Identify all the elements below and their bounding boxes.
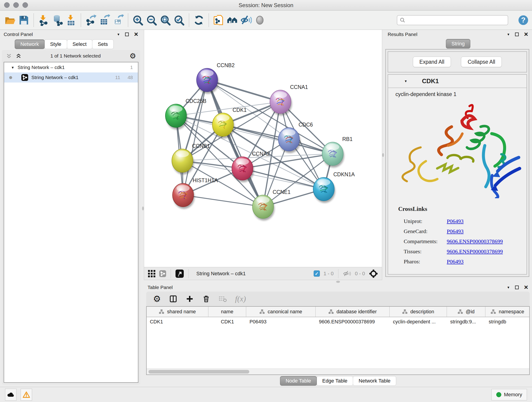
- column-header-namespace[interactable]: namespace: [486, 307, 529, 317]
- column-header-name[interactable]: name: [209, 307, 246, 317]
- gene-header[interactable]: ▼ CDK1: [388, 75, 526, 88]
- first-neighbors-button[interactable]: [225, 13, 239, 27]
- network-edge[interactable]: [223, 125, 333, 154]
- save-session-button[interactable]: [17, 13, 31, 27]
- table-cell[interactable]: 9606.ENSP00000378699: [316, 317, 390, 327]
- close-panel-icon[interactable]: ✕: [524, 32, 528, 37]
- hide-graphics-details-button[interactable]: [239, 13, 253, 27]
- maximize-window-button[interactable]: [22, 2, 28, 8]
- table-row[interactable]: CDK1CDK1P064939606.ENSP00000378699cyclin…: [147, 317, 529, 327]
- warnings-button[interactable]: [21, 389, 32, 401]
- panel-menu-icon[interactable]: ▼: [117, 32, 120, 36]
- table-settings-icon[interactable]: ⚙: [153, 294, 161, 303]
- birds-eye-icon[interactable]: [369, 269, 378, 279]
- crosslink-link[interactable]: P06493: [447, 228, 463, 235]
- add-column-icon[interactable]: [186, 295, 194, 303]
- network-node-CCNE1[interactable]: CCNE1: [253, 189, 291, 220]
- help-button[interactable]: ?: [518, 15, 529, 26]
- network-node-CCNA1[interactable]: CCNA1: [270, 84, 308, 115]
- left-splitter[interactable]: [142, 30, 144, 387]
- panel-menu-icon[interactable]: ▼: [507, 32, 510, 36]
- export-table-button[interactable]: [98, 13, 111, 27]
- open-session-button[interactable]: [3, 13, 17, 27]
- column-header-shared-name[interactable]: shared name: [147, 307, 209, 317]
- table-cell[interactable]: stringdb:9...: [447, 317, 486, 327]
- close-window-button[interactable]: [4, 2, 10, 8]
- tab-network[interactable]: Network: [15, 39, 45, 49]
- network-collection-row[interactable]: ▼ String Network – cdk1 1: [4, 62, 138, 72]
- network-node-RB1[interactable]: RB1: [322, 136, 353, 167]
- collapse-all-button[interactable]: Collapse All: [461, 57, 502, 67]
- tab-node-table[interactable]: Node Table: [280, 376, 317, 386]
- network-node-CDC6[interactable]: CDC6: [278, 122, 313, 153]
- crosslink-link[interactable]: P06493: [447, 259, 463, 265]
- tab-string[interactable]: String: [446, 39, 470, 49]
- export-network-button[interactable]: [84, 13, 98, 27]
- selected-items-checkbox[interactable]: ✓: [314, 270, 320, 277]
- export-image-button[interactable]: [111, 13, 125, 27]
- memory-button[interactable]: Memory: [491, 389, 527, 400]
- table-cell[interactable]: P06493: [246, 317, 316, 327]
- zoom-fit-button[interactable]: [158, 13, 172, 27]
- network-edge[interactable]: [207, 80, 263, 207]
- search-input[interactable]: [405, 17, 505, 23]
- tab-style[interactable]: Style: [44, 39, 67, 49]
- network-canvas[interactable]: CCNB2CCNA1CDC25BCDK1CDC6RB1CCNB1CCNA2CDK…: [144, 30, 382, 267]
- import-table-button[interactable]: [64, 13, 78, 27]
- expand-all-icon[interactable]: [16, 53, 22, 59]
- network-mode-icon[interactable]: [159, 270, 166, 277]
- zoom-selected-button[interactable]: [172, 13, 186, 27]
- scrollbar-thumb[interactable]: [148, 370, 249, 374]
- expand-all-button[interactable]: Expand All: [413, 57, 451, 67]
- float-panel-icon[interactable]: [125, 32, 129, 36]
- network-node-CDK1[interactable]: CDK1: [212, 107, 247, 138]
- splitter-handle[interactable]: [382, 153, 384, 157]
- delete-column-icon[interactable]: [202, 295, 210, 303]
- apply-layout-button[interactable]: [192, 13, 206, 27]
- network-edge[interactable]: [183, 195, 263, 207]
- splitter-handle[interactable]: [336, 281, 340, 283]
- gene-expander-icon[interactable]: ▼: [404, 79, 407, 83]
- collapse-all-icon[interactable]: [6, 53, 12, 59]
- network-node-CCNB2[interactable]: CCNB2: [196, 62, 234, 94]
- show-columns-icon[interactable]: [169, 295, 177, 303]
- column-header-database-identifier[interactable]: database identifier: [316, 307, 390, 317]
- hidden-items-icon[interactable]: [343, 270, 351, 277]
- close-panel-icon[interactable]: ✕: [524, 285, 528, 290]
- zoom-in-button[interactable]: [131, 13, 145, 27]
- import-network-file-button[interactable]: [37, 13, 51, 27]
- column-header-canonical-name[interactable]: canonical name: [246, 307, 316, 317]
- minimize-window-button[interactable]: [13, 2, 19, 8]
- detach-view-icon[interactable]: [176, 269, 184, 278]
- show-graphics-details-button[interactable]: [253, 13, 267, 27]
- horizontal-splitter[interactable]: [144, 280, 532, 283]
- gear-icon[interactable]: ⚙: [129, 52, 136, 60]
- collection-expander-icon[interactable]: ▼: [11, 65, 14, 70]
- table-cell[interactable]: CDK1: [209, 317, 246, 327]
- table-cell[interactable]: CDK1: [147, 317, 209, 327]
- zoom-out-button[interactable]: [145, 13, 158, 27]
- import-network-database-button[interactable]: [51, 13, 64, 27]
- grid-mode-icon[interactable]: [148, 270, 156, 278]
- crosslink-link[interactable]: P06493: [447, 218, 463, 224]
- column-header--id[interactable]: @id: [447, 307, 486, 317]
- table-cell[interactable]: cyclin-dependent ...: [390, 317, 447, 327]
- tab-select[interactable]: Select: [67, 39, 92, 49]
- crosslink-link[interactable]: 9606.ENSP00000378699: [447, 249, 503, 255]
- table-cell[interactable]: stringdb: [486, 317, 529, 327]
- network-row[interactable]: String Network – cdk1 11 48: [4, 72, 138, 83]
- tab-network-table[interactable]: Network Table: [353, 376, 396, 386]
- new-network-from-selection-button[interactable]: [212, 13, 225, 27]
- cloud-button[interactable]: [5, 389, 17, 401]
- network-node-HIST1H1A[interactable]: HIST1H1A: [172, 177, 218, 209]
- splitter-handle[interactable]: [142, 206, 144, 211]
- float-panel-icon[interactable]: [515, 286, 519, 289]
- float-panel-icon[interactable]: [515, 32, 519, 36]
- panel-menu-icon[interactable]: ▼: [507, 286, 510, 289]
- crosslink-link[interactable]: 9606.ENSP00000378699: [447, 238, 503, 245]
- right-splitter[interactable]: [382, 30, 384, 280]
- column-header-description[interactable]: description: [390, 307, 447, 317]
- close-panel-icon[interactable]: ✕: [134, 32, 138, 37]
- tab-edge-table[interactable]: Edge Table: [317, 376, 353, 386]
- tab-sets[interactable]: Sets: [92, 39, 114, 49]
